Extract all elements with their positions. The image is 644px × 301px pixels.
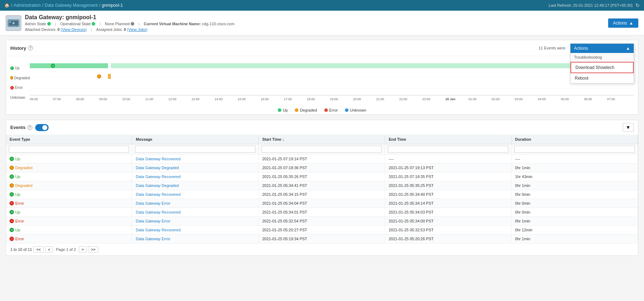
message-link[interactable]: Data Gateway Recovered [136,192,180,197]
y-label-up: Up [10,66,30,70]
home-icon[interactable]: 🏠 [4,3,10,8]
message-link[interactable]: Data Gateway Recovered [136,174,180,179]
events-header: Events ? [10,124,49,131]
svg-text:08:00: 08:00 [76,97,84,101]
table-row: Degraded Data Gateway Degraded 2021-01-2… [6,181,638,190]
message-link[interactable]: Data Gateway Error [136,201,170,205]
filter-message-cell [132,144,259,155]
cell-message: Data Gateway Degraded [132,181,259,190]
svg-point-2 [12,22,15,24]
events-table-body: Up Data Gateway Recovered 2021-01-25 07:… [6,155,638,243]
svg-text:06:00: 06:00 [584,97,592,101]
filter-event-type-input[interactable] [9,146,129,153]
col-end-time: End Time [385,135,512,144]
event-dot [10,157,14,161]
breadcrumb-current: gnmipool-1 [102,3,123,8]
main-content: History ? 11 Events were ⊕ ⊖ 🔍 📷 ⊙ ↓ [0,36,644,265]
cell-start-time: 2021-01-25 07:18:36 PST [259,163,385,172]
page-label: Page 1 of 2 [56,247,76,252]
breadcrumb-dgm[interactable]: Data Gateway Management [45,3,98,8]
message-link[interactable]: Data Gateway Error [136,219,170,223]
view-devices-link[interactable]: (View Devices) [61,27,87,32]
filter-button[interactable]: ▼ [623,123,634,132]
svg-text:06:00: 06:00 [30,97,38,101]
first-page-btn[interactable]: << [33,246,44,253]
cell-duration: 0hr 1min [512,217,638,226]
cell-message: Data Gateway Recovered [132,172,259,181]
message-link[interactable]: Data Gateway Recovered [136,210,180,214]
svg-text:15:00: 15:00 [238,97,246,101]
device-subtitle: Admin State | Operational State | None P… [25,22,605,26]
table-filter-row [6,144,638,155]
svg-text:12:00: 12:00 [168,97,177,101]
event-type-label: Error [10,237,128,241]
cell-start-time: 2021-01-25 05:34:04 PST [259,199,385,208]
actions-label: Actions [613,21,627,26]
svg-text:23:00: 23:00 [422,97,431,101]
operational-state: Operational State [60,22,96,26]
y-label-unknown: Unknown [10,96,30,100]
svg-point-12 [97,75,101,78]
attached-label: Attached Devices: [25,27,56,32]
event-dot [10,219,14,223]
message-link[interactable]: Data Gateway Recovered [136,157,180,161]
reboot-item[interactable]: Reboot [570,73,634,83]
cell-duration: 0hr 1min [512,181,638,190]
vm-name-value: cdg-110.cisco.com [202,22,234,26]
table-row: Error Data Gateway Error 2021-01-25 05:3… [6,199,638,208]
event-dot [10,174,14,179]
cell-duration: 0hr 0min [512,190,638,199]
refresh-icon[interactable]: ↻ [635,2,640,8]
cell-start-time: 2021-01-25 07:19:14 PST [259,155,385,163]
view-jobs-link[interactable]: (View Jobs) [127,27,147,32]
svg-text:17:00: 17:00 [284,97,292,101]
events-section-header: Events ? ▼ [6,120,638,135]
svg-rect-10 [111,63,634,68]
events-help-icon[interactable]: ? [27,125,32,130]
assigned-count: 0 [124,27,126,32]
svg-text:20:00: 20:00 [353,97,361,101]
col-start-time[interactable]: Start Time ↓ [259,135,385,144]
message-link[interactable]: Data Gateway Degraded [136,166,179,170]
cell-duration: ---- [512,155,638,163]
cell-end-time: 2021-01-25 05:34:40 PST [385,190,512,199]
table-row: Error Data Gateway Error 2021-01-25 05:1… [6,235,638,243]
cell-start-time: 2021-01-25 05:34:15 PST [259,190,385,199]
device-subtitle2: Attached Devices: 0 (View Devices) | Ass… [25,27,605,32]
history-help-icon[interactable]: ? [28,45,33,50]
filter-message-input[interactable] [135,146,255,153]
admin-state: Admin State [25,22,51,26]
event-type-label: Up [10,228,128,232]
last-page-btn[interactable]: >> [88,246,98,253]
download-showtech-item[interactable]: Download Showtech [570,62,634,73]
prev-page-btn[interactable]: < [45,246,53,253]
event-type-label: Degraded [10,183,128,188]
message-link[interactable]: Data Gateway Error [136,237,170,241]
events-toggle[interactable] [35,124,49,131]
message-link[interactable]: Data Gateway Degraded [136,183,179,188]
assigned-label: Assigned Jobs: [96,27,123,32]
event-type-label: Up [10,210,128,214]
cell-message: Data Gateway Degraded [132,163,259,172]
none-planned-label: None Planned [105,22,130,26]
filter-end-time-input[interactable] [388,146,508,153]
message-link[interactable]: Data Gateway Recovered [136,228,180,232]
col-message: Message [132,135,259,144]
event-type-label: Degraded [10,166,128,170]
cell-duration: 0hr 12min [512,226,638,235]
cell-end-time: 2021-01-25 05:32:53 PST [385,226,512,235]
history-header: History ? 11 Events were ⊕ ⊖ 🔍 📷 ⊙ ↓ [6,40,638,56]
sep4: | [91,27,92,32]
dropdown-close-icon[interactable]: ▲ [626,46,630,51]
svg-text:10:00: 10:00 [122,97,130,101]
pagination: 1 to 10 of 11 << < Page 1 of 2 > >> [6,243,638,256]
admin-state-label: Admin State [25,22,46,26]
next-page-btn[interactable]: > [79,246,87,253]
actions-button[interactable]: Actions ▲ [608,18,638,28]
filter-start-time-input[interactable] [261,146,382,153]
attached-count: 0 [58,27,60,32]
breadcrumb-admin[interactable]: Administration [13,3,40,8]
event-type-label: Up [10,157,128,161]
svg-text:13:00: 13:00 [191,97,200,101]
filter-duration-input[interactable] [514,146,635,153]
